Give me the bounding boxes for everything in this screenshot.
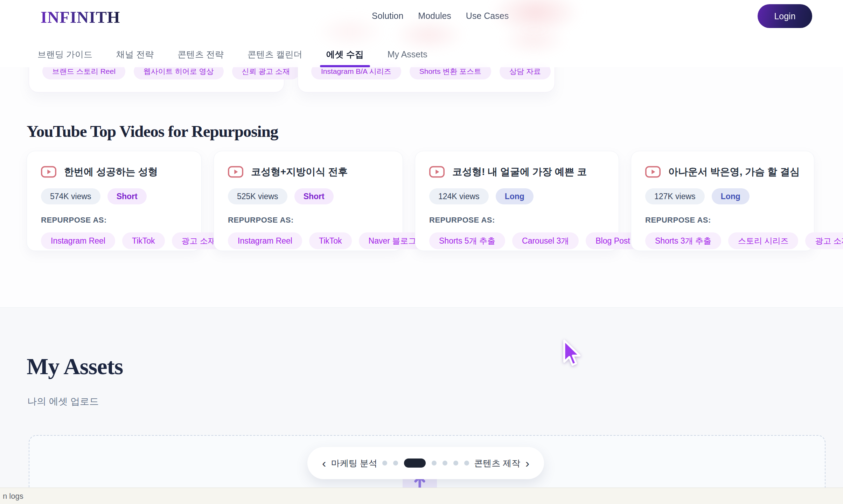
repurpose-chip[interactable]: Instagram Reel bbox=[228, 232, 302, 249]
views-badge: 525K views bbox=[228, 188, 287, 204]
repurpose-label: REPURPOSE AS: bbox=[645, 216, 800, 225]
repurpose-label: REPURPOSE AS: bbox=[429, 216, 605, 225]
videos-section-title: YouTube Top Videos for Repurposing bbox=[27, 122, 278, 141]
youtube-icon bbox=[645, 166, 661, 178]
video-meta-row: 127K views Long bbox=[645, 188, 800, 204]
video-card[interactable]: 아나운서 박은영, 가슴 할 결심 127K views Long REPURP… bbox=[631, 151, 814, 251]
repurpose-label: REPURPOSE AS: bbox=[228, 216, 389, 225]
video-title: 한번에 성공하는 성형 bbox=[64, 165, 158, 178]
video-meta-row: 124K views Long bbox=[429, 188, 605, 204]
video-title-row: 아나운서 박은영, 가슴 할 결심 bbox=[645, 165, 800, 178]
nav-use-cases[interactable]: Use Cases bbox=[466, 11, 509, 21]
carousel-dot-active[interactable] bbox=[404, 458, 426, 468]
nav-modules[interactable]: Modules bbox=[418, 11, 451, 21]
tab-branding-guide[interactable]: 브랜딩 가이드 bbox=[33, 49, 97, 59]
page: 브랜드 스토리 Reel 웹사이트 히어로 영상 신뢰 광고 소재 Instag… bbox=[0, 0, 843, 504]
repurpose-label: REPURPOSE AS: bbox=[41, 216, 187, 225]
repurpose-chip[interactable]: Shorts 3개 추출 bbox=[645, 232, 721, 249]
repurpose-chip-row: Shorts 5개 추출 Carousel 3개 Blog Post 변환 bbox=[429, 232, 605, 249]
mouse-cursor bbox=[559, 340, 583, 370]
logo[interactable]: INFINITH bbox=[41, 8, 120, 27]
tab-asset-collection[interactable]: 에셋 수집 bbox=[322, 49, 368, 59]
views-badge: 124K views bbox=[429, 188, 489, 204]
video-card-row: 한번에 성공하는 성형 574K views Short REPURPOSE A… bbox=[27, 151, 814, 251]
video-title: 코성형! 내 얼굴에 가장 예쁜 코 bbox=[452, 165, 587, 178]
video-card[interactable]: 한번에 성공하는 성형 574K views Short REPURPOSE A… bbox=[27, 151, 202, 251]
carousel-dot[interactable] bbox=[464, 461, 469, 465]
video-title-row: 코성형+지방이식 전후 bbox=[228, 165, 389, 178]
video-meta-row: 525K views Short bbox=[228, 188, 389, 204]
youtube-icon bbox=[228, 166, 243, 178]
youtube-icon bbox=[41, 166, 56, 178]
video-type-badge: Long bbox=[712, 188, 750, 204]
carousel-prev-label[interactable]: 마케팅 분석 bbox=[331, 457, 377, 469]
login-button[interactable]: Login bbox=[758, 4, 812, 28]
repurpose-chip[interactable]: 스토리 시리즈 bbox=[728, 232, 798, 249]
views-badge: 574K views bbox=[41, 188, 100, 204]
main-nav: Solution Modules Use Cases bbox=[372, 11, 509, 21]
carousel-dots bbox=[382, 458, 469, 468]
repurpose-chip[interactable]: Instagram Reel bbox=[41, 232, 115, 249]
video-type-badge: Short bbox=[294, 188, 334, 204]
video-meta-row: 574K views Short bbox=[41, 188, 187, 204]
views-badge: 127K views bbox=[645, 188, 705, 204]
repurpose-chip-row: Instagram Reel TikTok 광고 소재 bbox=[41, 232, 187, 249]
tab-content-calendar[interactable]: 콘텐츠 캘린더 bbox=[243, 49, 307, 59]
carousel-dot[interactable] bbox=[432, 461, 437, 465]
carousel-dot[interactable] bbox=[393, 461, 398, 465]
video-card[interactable]: 코성형+지방이식 전후 525K views Short REPURPOSE A… bbox=[214, 151, 403, 251]
my-assets-subtitle: 나의 에셋 업로드 bbox=[27, 395, 99, 408]
my-assets-section: My Assets 나의 에셋 업로드 ‹ 마케팅 분석 콘텐츠 제작 › bbox=[0, 307, 843, 504]
video-card[interactable]: 코성형! 내 얼굴에 가장 예쁜 코 124K views Long REPUR… bbox=[415, 151, 619, 251]
video-title-row: 한번에 성공하는 성형 bbox=[41, 165, 187, 178]
video-type-badge: Long bbox=[496, 188, 534, 204]
repurpose-chip-row: Instagram Reel TikTok Naver 블로그 삽입 bbox=[228, 232, 389, 249]
nav-solution[interactable]: Solution bbox=[372, 11, 403, 21]
repurpose-chip[interactable]: 광고 소재 bbox=[805, 232, 843, 249]
chevron-right-icon[interactable]: › bbox=[525, 457, 529, 469]
carousel-next-label[interactable]: 콘텐츠 제작 bbox=[474, 457, 520, 469]
header: INFINITH Solution Modules Use Cases Logi… bbox=[0, 0, 843, 67]
video-title: 아나운서 박은영, 가슴 할 결심 bbox=[668, 165, 800, 178]
tab-bar: 브랜딩 가이드 채널 전략 콘텐츠 전략 콘텐츠 캘린더 에셋 수집 My As… bbox=[33, 49, 447, 59]
status-bar: n logs bbox=[0, 488, 843, 504]
chevron-left-icon[interactable]: ‹ bbox=[322, 457, 326, 469]
tab-my-assets[interactable]: My Assets bbox=[383, 49, 432, 59]
status-bar-text: n logs bbox=[3, 492, 23, 501]
tab-channel-strategy[interactable]: 채널 전략 bbox=[112, 49, 158, 59]
step-carousel: ‹ 마케팅 분석 콘텐츠 제작 › bbox=[307, 447, 544, 479]
repurpose-chip[interactable]: Carousel 3개 bbox=[512, 232, 579, 249]
carousel-dot[interactable] bbox=[453, 461, 458, 465]
video-type-badge: Short bbox=[107, 188, 147, 204]
my-assets-title: My Assets bbox=[27, 353, 123, 380]
repurpose-chip-row: Shorts 3개 추출 스토리 시리즈 광고 소재 bbox=[645, 232, 800, 249]
repurpose-chip[interactable]: TikTok bbox=[122, 232, 165, 249]
video-title-row: 코성형! 내 얼굴에 가장 예쁜 코 bbox=[429, 165, 605, 178]
tab-content-strategy[interactable]: 콘텐츠 전략 bbox=[173, 49, 228, 59]
repurpose-chip[interactable]: TikTok bbox=[309, 232, 352, 249]
carousel-dot[interactable] bbox=[443, 461, 447, 465]
video-title: 코성형+지방이식 전후 bbox=[251, 165, 348, 178]
youtube-icon bbox=[429, 166, 445, 178]
carousel-dot[interactable] bbox=[382, 461, 387, 465]
repurpose-chip[interactable]: Shorts 5개 추출 bbox=[429, 232, 505, 249]
